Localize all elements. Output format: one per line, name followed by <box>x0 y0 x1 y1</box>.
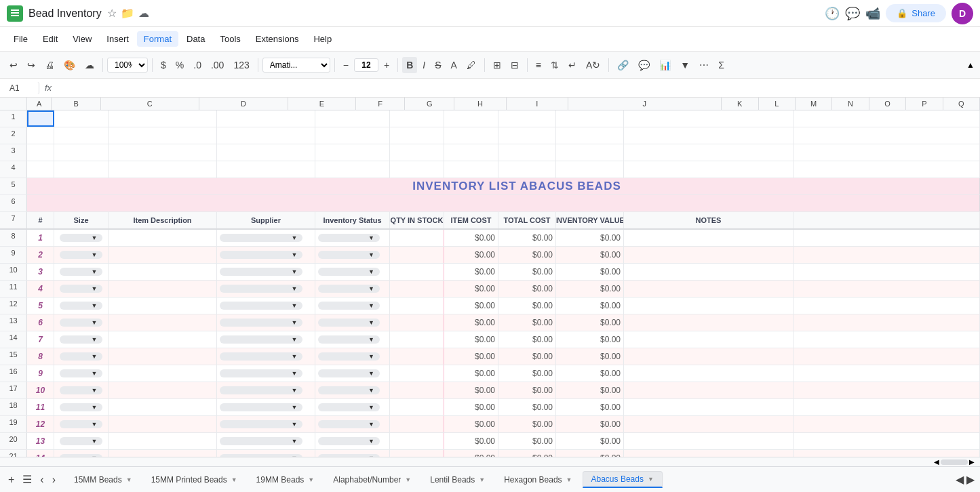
menu-insert[interactable]: Insert <box>100 31 136 47</box>
cell-rest[interactable] <box>793 399 980 415</box>
supplier-dropdown[interactable]: ▼ <box>220 437 302 445</box>
cell-inventory-status[interactable]: ▼ <box>315 399 390 415</box>
cell-row-index[interactable]: 11 <box>27 399 54 415</box>
cell-rest[interactable] <box>793 348 980 365</box>
cell-total-cost[interactable]: $0.00 <box>498 433 556 449</box>
supplier-dropdown[interactable]: ▼ <box>220 352 302 361</box>
font-select[interactable]: Amati... <box>262 58 330 73</box>
scroll-tabs-right[interactable]: › <box>50 472 58 487</box>
avatar[interactable]: D <box>952 3 973 24</box>
cell-rest[interactable] <box>793 298 980 314</box>
cell-total-cost[interactable]: $0.00 <box>498 450 556 457</box>
cell-inventory-status[interactable]: ▼ <box>315 298 390 314</box>
menu-format[interactable]: Format <box>137 31 178 47</box>
tab-19mm-beads[interactable]: 19MM Beads ▼ <box>248 472 324 488</box>
comment-button[interactable]: 💬 <box>634 57 654 73</box>
cell-notes[interactable] <box>624 281 793 297</box>
cell-notes[interactable] <box>624 230 793 246</box>
cell-G1[interactable] <box>444 110 498 127</box>
cell-qty[interactable] <box>390 365 444 382</box>
status-dropdown[interactable]: ▼ <box>318 302 380 310</box>
supplier-dropdown[interactable]: ▼ <box>220 454 302 457</box>
cell[interactable] <box>390 144 444 161</box>
cell-row-index[interactable]: 8 <box>27 348 54 365</box>
collapse-button[interactable]: ▲ <box>966 60 975 70</box>
cell[interactable] <box>315 144 390 161</box>
font-size-decrease-button[interactable]: − <box>339 57 353 73</box>
cell-total-cost[interactable]: $0.00 <box>498 264 556 280</box>
cell-D1[interactable] <box>217 110 315 127</box>
cell-rest[interactable] <box>793 247 980 263</box>
cell-supplier[interactable]: ▼ <box>217 416 315 432</box>
cell[interactable] <box>793 161 980 178</box>
cell-notes[interactable] <box>624 382 793 398</box>
col-header-I[interactable]: I <box>507 98 568 110</box>
cell-notes[interactable] <box>624 331 793 348</box>
highlight-button[interactable]: 🖊 <box>463 57 480 73</box>
font-size-input[interactable] <box>354 58 378 72</box>
cell-item-desc[interactable] <box>109 298 217 314</box>
cell-row-index[interactable]: 6 <box>27 314 54 331</box>
cell-notes[interactable] <box>624 433 793 449</box>
cell-size[interactable]: ▼ <box>54 399 109 415</box>
cell-item-cost[interactable]: $0.00 <box>444 281 498 297</box>
cell-item-desc[interactable] <box>109 450 217 457</box>
size-dropdown[interactable]: ▼ <box>60 268 103 276</box>
cell[interactable] <box>109 127 217 144</box>
col-header-D[interactable]: D <box>199 98 288 110</box>
status-dropdown[interactable]: ▼ <box>318 403 380 411</box>
cell-size[interactable]: ▼ <box>54 314 109 331</box>
supplier-dropdown[interactable]: ▼ <box>220 335 302 344</box>
size-dropdown[interactable]: ▼ <box>60 251 103 259</box>
cell-rest[interactable] <box>793 281 980 297</box>
cell-row-index[interactable]: 1 <box>27 230 54 246</box>
sigma-button[interactable]: Σ <box>714 57 728 73</box>
cell[interactable] <box>27 195 54 211</box>
size-dropdown[interactable]: ▼ <box>60 420 103 428</box>
cell[interactable] <box>556 161 624 178</box>
text-rotate-button[interactable]: A↻ <box>582 57 604 73</box>
supplier-dropdown[interactable]: ▼ <box>220 251 302 259</box>
col-header-B[interactable]: B <box>52 98 101 110</box>
cell-qty[interactable] <box>390 348 444 365</box>
cell-item-desc[interactable] <box>109 416 217 432</box>
cell-J1[interactable] <box>624 110 793 127</box>
cell[interactable] <box>217 161 315 178</box>
cell-supplier[interactable]: ▼ <box>217 230 315 246</box>
cell-rest[interactable] <box>793 314 980 331</box>
number-format-button[interactable]: 123 <box>229 57 253 73</box>
merge-cells-button[interactable]: ⊟ <box>507 57 523 73</box>
chart-button[interactable]: 📊 <box>655 57 675 73</box>
decimal-decrease-button[interactable]: .0 <box>189 57 205 73</box>
cell[interactable] <box>27 144 54 161</box>
cell-size[interactable]: ▼ <box>54 348 109 365</box>
size-dropdown[interactable]: ▼ <box>60 285 103 293</box>
cell-item-desc[interactable] <box>109 365 217 382</box>
cell-item-cost[interactable]: $0.00 <box>444 331 498 348</box>
supplier-dropdown[interactable]: ▼ <box>220 369 302 377</box>
cell-item-cost[interactable]: $0.00 <box>444 314 498 331</box>
cell-inventory-status[interactable]: ▼ <box>315 382 390 398</box>
col-header-M[interactable]: M <box>796 98 832 110</box>
scroll-right[interactable]: ▶ <box>969 458 975 466</box>
cell-size[interactable]: ▼ <box>54 230 109 246</box>
cell-inventory-status[interactable]: ▼ <box>315 416 390 432</box>
cell-inventory-value[interactable]: $0.00 <box>556 416 624 432</box>
cloud-save-button[interactable]: ☁ <box>81 57 98 73</box>
cell-item-cost[interactable]: $0.00 <box>444 450 498 457</box>
supplier-dropdown[interactable]: ▼ <box>220 268 302 276</box>
cell-qty[interactable] <box>390 416 444 432</box>
cell-A1[interactable] <box>27 110 54 127</box>
cell-qty[interactable] <box>390 450 444 457</box>
cell-inventory-value[interactable]: $0.00 <box>556 382 624 398</box>
cell-rest[interactable] <box>793 230 980 246</box>
filter-button[interactable]: ▼ <box>676 57 694 73</box>
cell-qty[interactable] <box>390 281 444 297</box>
status-dropdown[interactable]: ▼ <box>318 268 380 276</box>
strikethrough-button[interactable]: S <box>431 57 445 73</box>
size-dropdown[interactable]: ▼ <box>60 437 103 445</box>
video-icon[interactable]: 📹 <box>865 6 880 21</box>
zoom-select[interactable]: 100% <box>107 58 148 73</box>
cell-total-cost[interactable]: $0.00 <box>498 314 556 331</box>
cell-item-desc[interactable] <box>109 230 217 246</box>
